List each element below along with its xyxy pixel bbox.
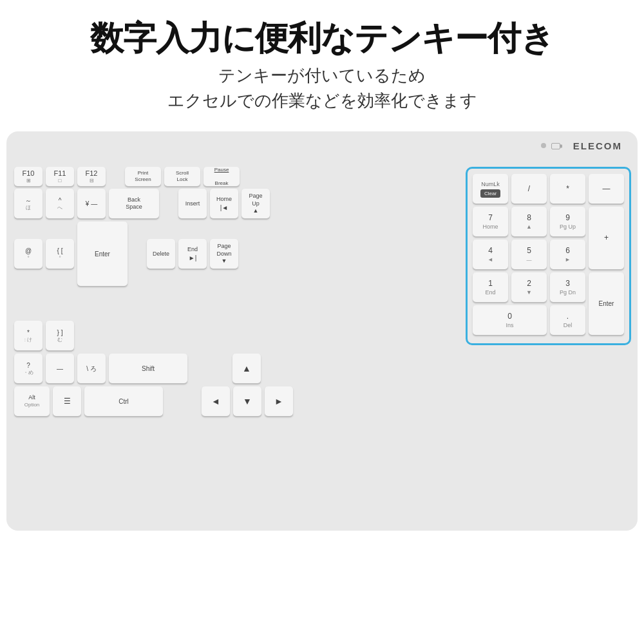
key-at[interactable]: @ ° (14, 239, 43, 269)
brand-label: ELECOM (573, 140, 622, 151)
key-num-0[interactable]: 0 Ins (473, 305, 547, 335)
key-num-5[interactable]: 5 — (511, 240, 547, 269)
key-enter[interactable]: Enter (77, 222, 128, 286)
key-backslash[interactable]: \ ろ (77, 354, 106, 383)
key-num-plus[interactable]: + (589, 207, 624, 269)
key-num-9[interactable]: 9 Pg Up (550, 207, 585, 236)
key-num-divide[interactable]: / (511, 174, 547, 204)
led-battery (551, 143, 560, 149)
key-num-enter[interactable]: Enter (589, 272, 624, 335)
key-page-up[interactable]: PageUp ▲ (242, 189, 270, 218)
sub-title: テンキーが付いているため エクセルでの作業などを効率化できます (13, 63, 631, 113)
key-ctrl[interactable]: Ctrl (84, 386, 163, 416)
key-bracket-close[interactable]: } ] む (46, 321, 74, 350)
title-section: 数字入力に便利なテンキー付き テンキーが付いているため エクセルでの作業などを効… (0, 0, 644, 120)
key-scroll-lock[interactable]: ScrollLock (164, 167, 200, 186)
key-f11[interactable]: F11□ (46, 167, 74, 186)
page-container: 数字入力に便利なテンキー付き テンキーが付いているため エクセルでの作業などを効… (0, 0, 644, 644)
key-f12[interactable]: F12⊟ (77, 167, 106, 186)
key-num-minus[interactable]: — (589, 174, 624, 204)
row-4: ? ・め — \ ろ Shift ▲ (14, 354, 381, 383)
key-num-dot[interactable]: . Del (550, 305, 585, 335)
key-backspace[interactable]: BackSpace (109, 189, 159, 218)
key-delete[interactable]: Delete (147, 239, 175, 269)
key-insert[interactable]: Insert (178, 189, 207, 218)
key-num-4[interactable]: 4 ◄ (473, 240, 508, 269)
function-row: F10⊞ F11□ F12⊟ PrintScreen ScrollLock Pa… (14, 167, 381, 186)
key-num-7[interactable]: 7 Home (473, 207, 508, 236)
row-2: @ ° { [ ° Enter Delete End ►| PageDown ▼ (14, 222, 381, 286)
numpad-row-1: NumLk Clear / * — (473, 174, 624, 204)
numpad-row-2: 7 Home 8 ▲ 9 Pg Up + (473, 207, 624, 236)
key-caret[interactable]: ^ へ (46, 189, 74, 218)
key-end[interactable]: End ►| (178, 239, 207, 269)
key-f10[interactable]: F10⊞ (14, 167, 43, 186)
key-shift[interactable]: Shift (109, 354, 187, 383)
key-tilde-ho[interactable]: ～ ほ (14, 189, 43, 218)
key-numlock[interactable]: NumLk Clear (473, 174, 508, 204)
key-arrow-up[interactable]: ▲ (232, 354, 261, 383)
key-page-down[interactable]: PageDown ▼ (210, 239, 238, 269)
row-3: * : け } ] む (14, 321, 381, 350)
main-title: 数字入力に便利なテンキー付き (13, 18, 631, 58)
led-indicators (541, 143, 560, 149)
key-num-multiply[interactable]: * (550, 174, 585, 204)
main-keyboard: F10⊞ F11□ F12⊟ PrintScreen ScrollLock Pa… (14, 167, 381, 416)
key-menu[interactable]: ☰ (53, 386, 81, 416)
key-arrow-down[interactable]: ▼ (233, 386, 261, 416)
key-num-8[interactable]: 8 ▲ (511, 207, 547, 236)
key-asterisk[interactable]: * : け (14, 321, 43, 350)
led-dot (541, 143, 546, 148)
row-5: Alt Option ☰ Ctrl ◄ ▼ ► (14, 386, 381, 416)
key-pause-break[interactable]: PauseBreak (204, 167, 240, 186)
key-num-2[interactable]: 2 ▼ (511, 272, 547, 302)
key-minus[interactable]: — (46, 354, 74, 383)
key-num-3[interactable]: 3 Pg Dn (550, 272, 585, 302)
row-1: ～ ほ ^ へ ¥ — BackSpace Insert Home |◄ (14, 189, 381, 218)
numpad-row-4: 1 End 2 ▼ 3 Pg Dn Enter (473, 272, 624, 302)
key-arrow-right[interactable]: ► (265, 386, 293, 416)
key-home[interactable]: Home |◄ (210, 189, 238, 218)
key-num-1[interactable]: 1 End (473, 272, 508, 302)
key-num-6[interactable]: 6 ► (550, 240, 585, 269)
key-print-screen[interactable]: PrintScreen (125, 167, 161, 186)
numpad-section: NumLk Clear / * — 7 Home (466, 167, 631, 345)
key-arrow-left[interactable]: ◄ (202, 386, 230, 416)
key-alt-option[interactable]: Alt Option (14, 386, 50, 416)
key-question[interactable]: ? ・め (14, 354, 43, 383)
keyboard-section: ELECOM F10⊞ F11□ F12⊟ PrintScreen Scroll… (6, 131, 638, 531)
key-bracket-open[interactable]: { [ ° (46, 239, 74, 269)
key-yen[interactable]: ¥ — (77, 189, 106, 218)
